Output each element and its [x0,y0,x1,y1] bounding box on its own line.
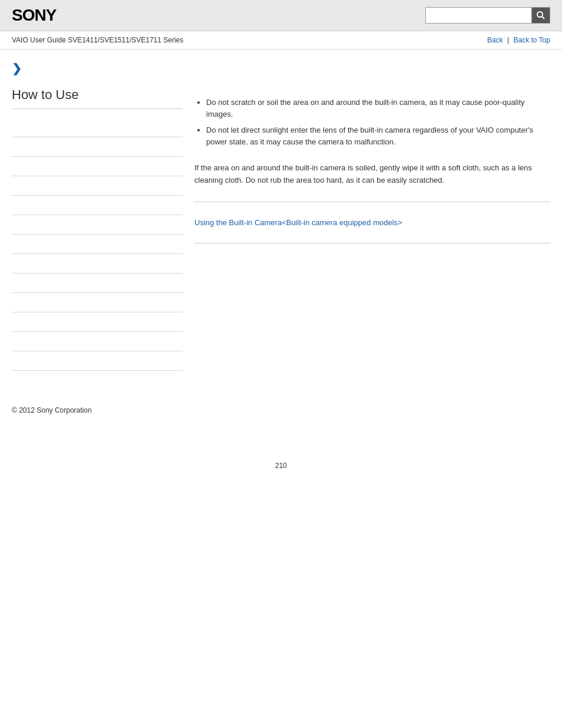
related-link[interactable]: Using the Built-in Camera<Built-in camer… [194,218,402,227]
sidebar-link[interactable] [12,259,183,268]
search-area [425,7,550,24]
bullet-item-2: Do not let direct sunlight enter the len… [206,124,550,147]
guide-title: VAIO User Guide SVE1411/SVE1511/SVE1711 … [12,36,183,44]
sidebar-link[interactable] [12,279,183,287]
footer-copyright: © 2012 Sony Corporation [0,394,562,426]
section-title: How to Use [12,87,183,109]
sidebar-link[interactable] [12,318,183,326]
list-item [12,312,183,332]
sidebar-link[interactable] [12,220,183,229]
sidebar-link[interactable] [12,143,183,151]
bullet-item-1: Do not scratch or soil the area on and a… [206,97,550,120]
breadcrumb-arrow: ❯ [12,61,183,75]
main-content: ❯ How to Use Do not scratch or soil the … [0,50,562,383]
content-area: Do not scratch or soil the area on and a… [194,61,550,371]
list-item [12,157,183,176]
search-input[interactable] [425,7,531,24]
list-item [12,293,183,312]
list-item [12,137,183,157]
nav-links: Back | Back to Top [487,36,550,44]
sidebar: ❯ How to Use [12,61,183,371]
sony-logo: SONY [12,6,56,25]
sidebar-link[interactable] [12,123,183,131]
sidebar-link[interactable] [12,201,183,209]
sidebar-link[interactable] [12,337,183,345]
divider-2 [194,243,550,243]
list-item [12,351,183,371]
paragraph-section: If the area on and around the built-in c… [194,162,550,187]
related-link-section: Using the Built-in Camera<Built-in camer… [194,211,550,234]
sidebar-link[interactable] [12,298,183,307]
sidebar-links [12,118,183,371]
list-item [12,332,183,351]
sidebar-link[interactable] [12,240,183,248]
back-link[interactable]: Back [487,36,503,44]
sidebar-link[interactable] [12,162,183,170]
list-item [12,215,183,235]
nav-bar: VAIO User Guide SVE1411/SVE1511/SVE1711 … [0,31,562,50]
sidebar-link[interactable] [12,357,183,365]
list-item [12,118,183,137]
list-item [12,274,183,293]
list-item [12,254,183,274]
list-item [12,235,183,254]
back-to-top-link[interactable]: Back to Top [514,36,550,44]
svg-line-1 [542,17,544,19]
nav-separator: | [507,36,511,44]
list-item [12,176,183,196]
content-paragraph: If the area on and around the built-in c… [194,162,550,187]
page-number: 210 [0,450,562,482]
svg-point-0 [537,12,543,17]
sidebar-link[interactable] [12,182,183,190]
search-button[interactable] [531,7,550,24]
list-item [12,196,183,215]
search-icon [536,11,546,20]
page-header: SONY [0,0,562,31]
bullet-list: Do not scratch or soil the area on and a… [206,97,550,147]
divider-1 [194,202,550,202]
bullet-section: Do not scratch or soil the area on and a… [194,97,550,147]
